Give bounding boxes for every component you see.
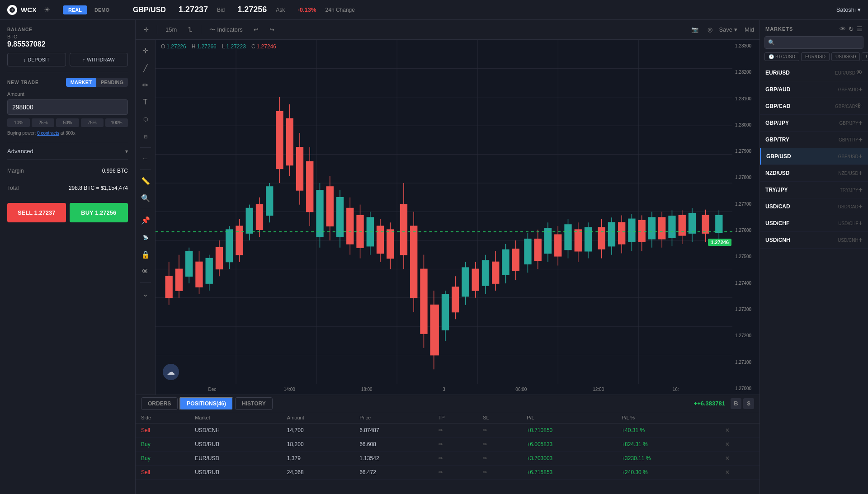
signal-tool-button[interactable]: 📡 — [138, 230, 153, 245]
markets-search-input[interactable] — [764, 36, 863, 49]
market-action-icon[interactable]: + — [859, 236, 863, 244]
demo-mode-button[interactable]: DEMO — [89, 5, 115, 14]
pin-tool-button[interactable]: 📌 — [138, 213, 153, 227]
cell-tp[interactable]: ✏ — [433, 423, 478, 438]
quick-tab-more[interactable]: U — [862, 52, 868, 61]
arrow-tool-button[interactable]: ← — [138, 151, 153, 166]
amount-input[interactable] — [7, 99, 128, 115]
pending-button[interactable]: PENDING — [96, 78, 128, 87]
text-tool-button[interactable]: T — [138, 95, 153, 109]
svg-rect-45 — [297, 147, 303, 190]
quick-tab-eurusd[interactable]: EUR/USD — [801, 52, 830, 61]
market-list-item[interactable]: GBP/JPY GBP/JPY + — [760, 115, 868, 132]
save-button[interactable]: Save ▾ — [719, 26, 737, 33]
price-level: 1.27200 — [735, 333, 757, 338]
market-action-icon[interactable]: + — [859, 169, 863, 177]
tab-orders[interactable]: ORDERS — [141, 397, 178, 410]
cell-tp[interactable]: ✏ — [433, 466, 478, 480]
cursor-tool-button[interactable]: ✛ — [138, 43, 153, 58]
withdraw-button[interactable]: ↑ WITHDRAW — [70, 53, 128, 66]
eye-tool-button[interactable]: 👁 — [138, 264, 153, 279]
market-list-item[interactable]: GBP/TRY GBP/TRY + — [760, 132, 868, 148]
crosshair-tool-button[interactable]: ✛ — [141, 24, 151, 35]
timeframe-button[interactable]: 15m — [163, 24, 179, 35]
market-sub: GBP/CAD — [835, 104, 855, 109]
market-name: USD/CAD — [765, 203, 836, 210]
real-mode-button[interactable]: REAL — [63, 5, 87, 14]
market-name: GBP/USD — [766, 153, 836, 160]
market-action-icon[interactable]: + — [859, 85, 863, 94]
close-position-button[interactable]: ✕ — [720, 423, 760, 438]
lock-tool-button[interactable]: 🔒 — [138, 247, 153, 262]
pct-100-button[interactable]: 100% — [105, 118, 128, 127]
refresh-icon[interactable]: ↻ — [849, 25, 854, 33]
undo-button[interactable]: ↩ — [251, 24, 261, 35]
pct-10-button[interactable]: 10% — [7, 118, 30, 127]
chart-settings-button[interactable]: ◎ — [705, 24, 715, 35]
market-action-icon[interactable]: + — [859, 202, 863, 211]
cell-sl[interactable]: ✏ — [477, 423, 521, 438]
btc-pnl-button[interactable]: B — [731, 398, 741, 409]
market-list-item[interactable]: TRY/JPY TRY/JPY + — [760, 182, 868, 198]
cell-sl[interactable]: ✏ — [477, 466, 521, 480]
cell-tp[interactable]: ✏ — [433, 452, 478, 466]
redo-button[interactable]: ↪ — [267, 24, 277, 35]
market-list-item[interactable]: USD/CNH USD/CNH + — [760, 232, 868, 249]
market-list-item[interactable]: EUR/USD EUR/USD 👁 — [760, 65, 868, 81]
deposit-button[interactable]: ↓ DEPOSIT — [7, 53, 66, 66]
tab-positions[interactable]: POSITIONS(46) — [179, 397, 233, 410]
cell-tp[interactable]: ✏ — [433, 438, 478, 452]
eye-icon[interactable]: 👁 — [840, 25, 846, 33]
line-tool-button[interactable]: ╱ — [138, 61, 153, 75]
market-action-icon[interactable]: 👁 — [855, 69, 863, 77]
market-list-item[interactable]: GBP/CAD GBP/CAD 👁 — [760, 98, 868, 115]
chart-type-button[interactable]: ⇅ — [185, 24, 195, 35]
svg-rect-83 — [492, 262, 499, 283]
expand-button[interactable]: ⌄ — [138, 287, 153, 301]
pen-tool-button[interactable]: ✏ — [138, 78, 153, 92]
usd-pnl-button[interactable]: $ — [743, 398, 754, 409]
market-action-icon[interactable]: + — [859, 219, 863, 227]
buying-power-link[interactable]: 0 contracts — [37, 131, 59, 136]
pct-25-button[interactable]: 25% — [32, 118, 54, 127]
market-action-icon[interactable]: + — [859, 186, 863, 194]
market-list-item[interactable]: GBP/USD GBP/USD + — [760, 148, 868, 165]
parallel-channel-button[interactable]: ⊟ — [138, 129, 153, 144]
quick-tab-usdsgd[interactable]: USD/SGD — [831, 52, 860, 61]
market-action-icon[interactable]: + — [859, 119, 863, 127]
market-action-icon[interactable]: + — [859, 152, 863, 160]
market-button[interactable]: MARKET — [66, 78, 96, 87]
market-list-item[interactable]: USD/CHF USD/CHF + — [760, 215, 868, 232]
market-action-icon[interactable]: 👁 — [855, 102, 863, 110]
chart-main[interactable]: O 1.27226 H 1.27266 L 1.27223 C 1.27246 — [156, 40, 760, 395]
market-list-item[interactable]: GBP/AUD GBP/AUD + — [760, 81, 868, 98]
zoom-tool-button[interactable]: 🔍 — [138, 191, 153, 205]
buy-button[interactable]: BUY 1.27256 — [70, 203, 128, 222]
cloud-button[interactable]: ☁ — [163, 364, 179, 380]
indicators-button[interactable]: 〜 Indicators — [207, 24, 245, 36]
cell-sl[interactable]: ✏ — [477, 452, 521, 466]
advanced-row[interactable]: Advanced ▾ — [7, 143, 128, 160]
theme-icon[interactable]: ☀ — [44, 5, 50, 14]
ask-price: 1.27256 — [237, 5, 267, 14]
ruler-tool-button[interactable]: 📏 — [138, 174, 153, 188]
screenshot-button[interactable]: 📷 — [689, 24, 701, 35]
close-position-button[interactable]: ✕ — [720, 438, 760, 452]
close-position-button[interactable]: ✕ — [720, 452, 760, 466]
tab-history[interactable]: HISTORY — [235, 397, 273, 410]
menu-icon[interactable]: ☰ — [857, 25, 863, 33]
market-action-icon[interactable]: + — [859, 136, 863, 144]
market-list-item[interactable]: NZD/USD NZD/USD + — [760, 165, 868, 182]
quick-tab-btcusd[interactable]: 🕐 BTC/USD — [764, 52, 799, 61]
ohlc-open: O 1.27226 — [161, 43, 186, 50]
market-list-item[interactable]: USD/CAD USD/CAD + — [760, 198, 868, 215]
user-menu[interactable]: Satoshi ▾ — [836, 6, 861, 13]
pct-75-button[interactable]: 75% — [81, 118, 104, 127]
cell-sl[interactable]: ✏ — [477, 438, 521, 452]
pct-50-button[interactable]: 50% — [56, 118, 79, 127]
ellipse-tool-button[interactable]: ⬡ — [138, 112, 153, 127]
sell-button[interactable]: SELL 1.27237 — [7, 203, 66, 222]
svg-rect-47 — [307, 162, 313, 212]
close-position-button[interactable]: ✕ — [720, 466, 760, 480]
markets-quick-tabs: 🕐 BTC/USD EUR/USD USD/SGD U — [760, 52, 868, 65]
